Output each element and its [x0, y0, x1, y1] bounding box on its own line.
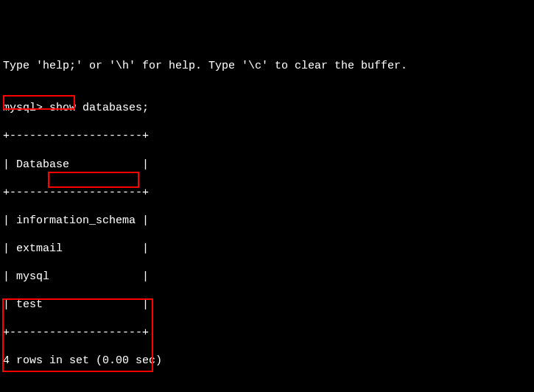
mysql-prompt-show-databases[interactable]: mysql> show databases; — [3, 101, 531, 115]
result-summary: 4 rows in set (0.00 sec) — [3, 354, 531, 368]
column-header-database: | Database | — [3, 158, 531, 172]
db-row-information-schema: | information_schema | — [3, 214, 531, 228]
db-row-extmail: | extmail | — [3, 242, 531, 256]
db-row-test: | test | — [3, 298, 531, 312]
db-row-mysql: | mysql | — [3, 270, 531, 284]
table-border: +--------------------+ — [3, 186, 531, 200]
table-border: +--------------------+ — [3, 129, 531, 143]
intro-text: Type 'help;' or '\h' for help. Type '\c'… — [3, 59, 531, 73]
table-border: +--------------------+ — [3, 326, 531, 340]
